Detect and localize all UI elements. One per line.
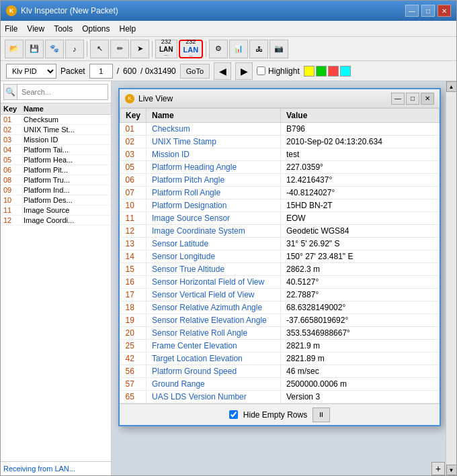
list-item[interactable]: 05 Platform Hea... xyxy=(1,155,111,165)
right-scrollbar: ▲ ▼ xyxy=(446,81,456,475)
cursor-button[interactable]: ↖ xyxy=(90,40,109,58)
menu-file[interactable]: File xyxy=(5,24,17,34)
lan-number: 232 xyxy=(161,39,171,46)
packet-bar: Klv PID Packet / 600 / 0x31490 GoTo ◀ ▶ … xyxy=(1,61,456,81)
cell-key: 15 xyxy=(120,263,147,276)
cell-key: 03 xyxy=(120,148,147,161)
cell-key: 65 xyxy=(120,391,147,403)
scroll-up-button[interactable]: ▲ xyxy=(446,81,457,92)
sidebar-name-header: Name xyxy=(24,105,108,113)
cell-value: 15HD BN-2T xyxy=(281,199,440,212)
packet-number-input[interactable] xyxy=(89,64,113,79)
cell-name: Sensor Relative Roll Angle xyxy=(147,327,281,340)
row-name: Platform Tai... xyxy=(24,146,108,154)
table-row: 12 Image Coordinate System Geodetic WGS8… xyxy=(120,225,440,238)
minimize-button[interactable]: — xyxy=(405,5,419,17)
table-row: 15 Sensor True Altitude 2862.3 m xyxy=(120,263,440,276)
cell-key: 16 xyxy=(120,276,147,289)
display-button[interactable]: 📊 xyxy=(229,40,248,58)
table-row: 13 Sensor Latitude 31° 5' 26.92" S xyxy=(120,238,440,250)
cell-name: Sensor Vertical Field of View xyxy=(147,289,281,301)
list-item[interactable]: 12 Image Coordi... xyxy=(1,216,111,226)
menu-help[interactable]: Help xyxy=(120,24,136,34)
color-boxes xyxy=(304,66,351,77)
toolbar: 📂 💾 🐾 ♪ ↖ ✏ ➤ 232 LAN ··· 232 LAN ··· ⚙ … xyxy=(1,37,456,61)
settings-button[interactable]: ⚙ xyxy=(209,40,228,58)
maximize-button[interactable]: □ xyxy=(421,5,435,17)
cell-key: 14 xyxy=(120,250,147,263)
cell-key: 20 xyxy=(120,327,147,340)
lan-highlighted-button[interactable]: 232 LAN ··· xyxy=(179,40,204,58)
menu-options[interactable]: Options xyxy=(82,24,110,34)
next-packet-button[interactable]: ▶ xyxy=(235,62,253,80)
list-item[interactable]: 08 Platform Tru... xyxy=(1,175,111,185)
menu-tools[interactable]: Tools xyxy=(54,24,73,34)
prev-packet-button[interactable]: ◀ xyxy=(214,62,231,80)
list-item[interactable]: 03 Mission ID xyxy=(1,135,111,145)
dialog-title-left: K Live View xyxy=(125,94,173,103)
color-box-green[interactable] xyxy=(316,66,327,77)
hide-empty-checkbox[interactable] xyxy=(229,410,238,419)
row-name: Platform Ind... xyxy=(24,186,108,194)
cell-name: Frame Center Elevation xyxy=(147,340,281,352)
add-button[interactable]: + xyxy=(431,462,445,475)
cell-value: EOW xyxy=(281,212,440,225)
table-row: 16 Sensor Horizontal Field of View 40.51… xyxy=(120,276,440,289)
cell-value: B796 xyxy=(281,123,440,136)
table-row: 42 Target Location Elevation 2821.89 m xyxy=(120,352,440,365)
cell-name: Checksum xyxy=(147,123,281,136)
cell-key: 06 xyxy=(120,174,147,187)
row-key: 09 xyxy=(3,186,24,194)
list-item[interactable]: 10 Platform Des... xyxy=(1,195,111,205)
tool3-button[interactable]: 🐾 xyxy=(45,40,64,58)
scroll-down-button[interactable]: ▼ xyxy=(446,465,457,475)
open-button[interactable]: 📂 xyxy=(5,40,24,58)
row-name: Image Coordi... xyxy=(24,216,108,224)
cell-key: 17 xyxy=(120,289,147,301)
list-item[interactable]: 04 Platform Tai... xyxy=(1,145,111,155)
search-input[interactable] xyxy=(17,84,108,100)
dialog-title: Live View xyxy=(138,94,173,103)
pid-select[interactable]: Klv PID xyxy=(6,64,56,79)
list-item[interactable]: 09 Platform Ind... xyxy=(1,185,111,195)
color-box-yellow[interactable] xyxy=(304,66,315,77)
list-item[interactable]: 06 Platform Pit... xyxy=(1,165,111,175)
search-icon: 🔍 xyxy=(3,84,17,100)
music-button[interactable]: ♪ xyxy=(65,40,84,58)
row-key: 01 xyxy=(3,115,24,124)
list-item[interactable]: 02 UNIX Time St... xyxy=(1,125,111,135)
dialog-close-button[interactable]: ✕ xyxy=(421,93,434,105)
dialog-maximize-button[interactable]: □ xyxy=(406,93,419,105)
cell-value: 2500000.0006 m xyxy=(281,378,440,391)
cell-name: Ground Range xyxy=(147,378,281,391)
dialog-minimize-button[interactable]: — xyxy=(391,93,405,105)
pencil-button[interactable]: ✏ xyxy=(110,40,129,58)
pause-button[interactable]: ⏸ xyxy=(313,408,330,422)
list-item[interactable]: 01 Checksum xyxy=(1,115,111,125)
menu-view[interactable]: View xyxy=(27,24,44,34)
color-box-cyan[interactable] xyxy=(340,66,351,77)
title-bar: K Klv Inspector (New Packet) — □ ✕ xyxy=(1,1,456,21)
video-button[interactable]: 📷 xyxy=(269,40,288,58)
search-row: 🔍 xyxy=(3,84,108,100)
lan-hl-dots: ··· xyxy=(189,54,193,59)
lan-label: LAN xyxy=(159,46,173,53)
cell-name: UNIX Time Stamp xyxy=(147,136,281,148)
cell-key: 01 xyxy=(120,123,147,136)
cell-key: 19 xyxy=(120,314,147,327)
network-button[interactable]: 🖧 xyxy=(249,40,268,58)
cell-name: Platform Designation xyxy=(147,199,281,212)
goto-button[interactable]: GoTo xyxy=(180,64,210,79)
title-bar-left: K Klv Inspector (New Packet) xyxy=(6,5,118,16)
arrow-button[interactable]: ➤ xyxy=(130,40,149,58)
list-item[interactable]: 11 Image Source xyxy=(1,205,111,216)
close-button[interactable]: ✕ xyxy=(438,5,451,17)
cell-name: Platform Heading Angle xyxy=(147,161,281,174)
lan232-button[interactable]: 232 LAN ··· xyxy=(155,40,177,58)
row-key: 11 xyxy=(3,206,24,214)
cell-value: 46 m/sec xyxy=(281,365,440,378)
save-button[interactable]: 💾 xyxy=(25,40,44,58)
color-box-red[interactable] xyxy=(328,66,339,77)
highlight-checkbox[interactable] xyxy=(257,66,265,75)
cell-key: 42 xyxy=(120,352,147,365)
